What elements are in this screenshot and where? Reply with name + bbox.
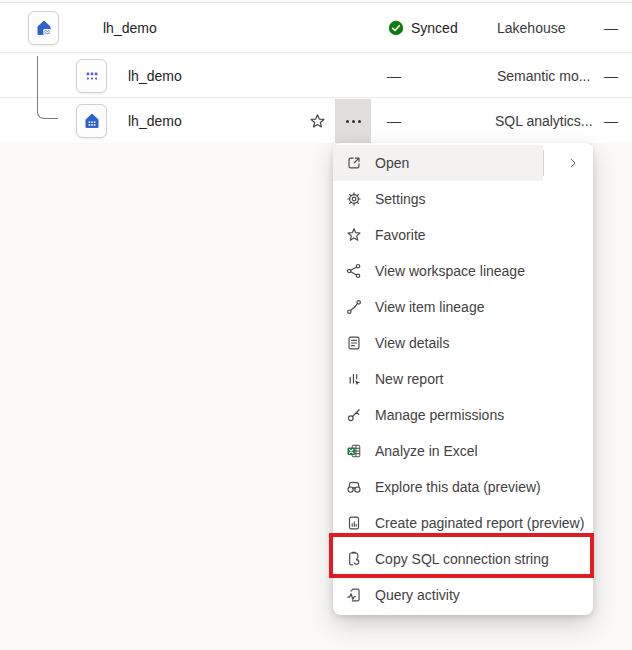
sync-status: —: [387, 113, 401, 129]
menu-item-view-item-lineage[interactable]: View item lineage: [333, 289, 593, 325]
menu-item-label: Copy SQL connection string: [375, 551, 549, 567]
menu-item-query-activity[interactable]: Query activity: [333, 577, 593, 613]
hierarchy-tree-connector: [37, 56, 58, 119]
item-context-menu: Open Settings Favorite: [333, 143, 593, 615]
menu-item-label: View details: [375, 335, 449, 351]
menu-item-label: View item lineage: [375, 299, 484, 315]
lakehouse-icon[interactable]: [28, 11, 59, 45]
sync-status-label: Synced: [411, 20, 458, 36]
menu-item-label: Open: [375, 155, 409, 171]
star-icon: [308, 112, 327, 131]
menu-item-label: Favorite: [375, 227, 426, 243]
favorite-star-button[interactable]: [306, 110, 328, 132]
item-name[interactable]: lh_demo: [103, 20, 157, 36]
menu-item-create-paginated-report[interactable]: Create paginated report (preview): [333, 505, 593, 541]
copy-connection-string-icon: [345, 550, 363, 568]
key-icon: [345, 406, 363, 424]
menu-item-label: View workspace lineage: [375, 263, 525, 279]
menu-item-analyze-in-excel[interactable]: Analyze in Excel: [333, 433, 593, 469]
synced-check-icon: [388, 20, 404, 36]
empty-cell-dash: —: [604, 68, 618, 84]
item-name[interactable]: lh_demo: [128, 113, 182, 129]
more-options-icon: [346, 120, 349, 123]
new-report-icon: [345, 370, 363, 388]
item-type: SQL analytics...: [495, 113, 593, 129]
menu-item-manage-permissions[interactable]: Manage permissions: [333, 397, 593, 433]
item-name[interactable]: lh_demo: [128, 68, 182, 84]
menu-item-settings[interactable]: Settings: [333, 181, 593, 217]
menu-item-label: Manage permissions: [375, 407, 504, 423]
table-row-sql-endpoint[interactable]: lh_demo — SQL analytics... —: [0, 99, 632, 143]
semantic-model-icon[interactable]: [76, 59, 107, 93]
settings-gear-icon: [345, 190, 363, 208]
table-row-semantic-model[interactable]: lh_demo — Semantic mo... —: [0, 54, 632, 98]
menu-item-favorite[interactable]: Favorite: [333, 217, 593, 253]
table-row-lakehouse[interactable]: lh_demo Synced Lakehouse —: [0, 3, 632, 53]
more-options-button[interactable]: [335, 99, 371, 143]
query-activity-icon: [345, 586, 363, 604]
menu-item-label: Query activity: [375, 587, 460, 603]
item-type: Lakehouse: [497, 20, 566, 36]
sync-status: —: [387, 68, 401, 84]
menu-item-label: Create paginated report (preview): [375, 515, 584, 531]
menu-item-open[interactable]: Open: [333, 145, 593, 181]
chevron-right-icon[interactable]: [565, 155, 581, 171]
paginated-report-icon: [345, 514, 363, 532]
binoculars-icon: [345, 478, 363, 496]
open-icon: [345, 154, 363, 172]
workspace-item-list: lh_demo Synced Lakehouse — lh_demo — Sem…: [0, 0, 632, 650]
star-icon: [345, 226, 363, 244]
menu-item-label: Explore this data (preview): [375, 479, 541, 495]
menu-item-label: New report: [375, 371, 443, 387]
submenu-divider: [543, 150, 544, 176]
sync-status: Synced: [388, 20, 458, 36]
empty-cell-dash: —: [604, 20, 618, 36]
menu-item-view-details[interactable]: View details: [333, 325, 593, 361]
menu-item-new-report[interactable]: New report: [333, 361, 593, 397]
menu-item-label: Analyze in Excel: [375, 443, 478, 459]
details-document-icon: [345, 334, 363, 352]
empty-cell-dash: —: [604, 113, 618, 129]
item-type: Semantic mo...: [497, 68, 590, 84]
excel-icon: [345, 442, 363, 460]
menu-item-copy-sql-connection-string[interactable]: Copy SQL connection string: [333, 541, 593, 577]
item-lineage-icon: [345, 298, 363, 316]
menu-item-explore-this-data[interactable]: Explore this data (preview): [333, 469, 593, 505]
workspace-lineage-icon: [345, 262, 363, 280]
menu-item-view-workspace-lineage[interactable]: View workspace lineage: [333, 253, 593, 289]
menu-item-label: Settings: [375, 191, 426, 207]
sql-analytics-endpoint-icon[interactable]: [76, 104, 107, 138]
